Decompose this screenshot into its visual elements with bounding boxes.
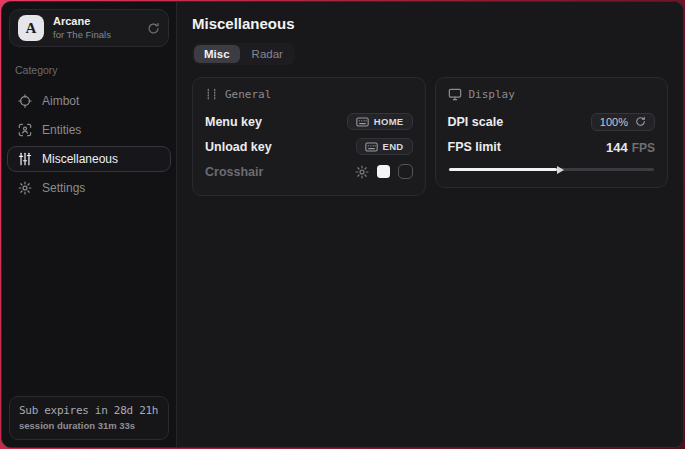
dpi-scale-value: 100% [600, 116, 628, 128]
gear-icon [17, 181, 32, 195]
monitor-icon [448, 88, 462, 101]
page-title: Miscellaneous [192, 15, 668, 32]
crosshair-controls [355, 164, 413, 179]
sub-expiry-text: Sub expires in 28d 21h [19, 404, 159, 417]
crosshair-label: Crosshair [205, 165, 263, 179]
display-card: Display DPI scale 100% [435, 77, 669, 188]
app-window: A Arcane for The Finals Category [1, 1, 684, 448]
category-label: Category [15, 64, 163, 76]
sidebar-item-miscellaneous[interactable]: Miscellaneous [7, 146, 171, 172]
brand-header: A Arcane for The Finals [9, 9, 169, 47]
sidebar-nav: Aimbot Entities [7, 88, 171, 204]
display-card-header: Display [448, 88, 656, 101]
fps-unit: FPS [632, 141, 655, 155]
brand-subtitle: for The Finals [53, 29, 138, 41]
subscription-status: Sub expires in 28d 21h session duration … [9, 396, 169, 440]
brand-text: Arcane for The Finals [53, 15, 138, 41]
fps-slider-thumb[interactable] [557, 166, 564, 174]
dpi-scale-row: DPI scale 100% [448, 110, 656, 133]
sidebar-item-label: Miscellaneous [42, 152, 118, 166]
unload-key-bind-button[interactable]: END [356, 138, 413, 155]
display-card-title: Display [469, 88, 515, 101]
sidebar-item-entities[interactable]: Entities [7, 117, 171, 143]
keyboard-icon [365, 142, 378, 152]
fps-limit-slider[interactable] [449, 168, 655, 171]
dpi-scale-select[interactable]: 100% [591, 113, 655, 131]
main-content: Miscellaneous Misc Radar General [177, 2, 683, 447]
brand-avatar: A [18, 15, 44, 41]
fps-value: 144 [606, 140, 628, 155]
menu-key-row: Menu key HOME [205, 110, 413, 133]
general-card-title: General [225, 88, 271, 101]
sidebar-item-label: Aimbot [42, 94, 79, 108]
sidebar-item-settings[interactable]: Settings [7, 175, 171, 201]
menu-key-bind-button[interactable]: HOME [347, 113, 413, 130]
crosshair-icon [17, 94, 32, 108]
sidebar-item-label: Entities [42, 123, 81, 137]
unload-key-label: Unload key [205, 140, 272, 154]
brand-name: Arcane [53, 15, 138, 29]
sliders-icon [17, 152, 32, 166]
keyboard-icon [356, 117, 369, 127]
crosshair-color-swatch[interactable] [377, 165, 390, 178]
menu-key-label: Menu key [205, 115, 262, 129]
crosshair-settings-gear-icon[interactable] [355, 165, 369, 179]
fps-slider-fill [449, 168, 558, 171]
sidebar-item-label: Settings [42, 181, 85, 195]
sidebar-item-aimbot[interactable]: Aimbot [7, 88, 171, 114]
dpi-scale-label: DPI scale [448, 115, 504, 129]
tab-radar[interactable]: Radar [242, 45, 293, 63]
sliders-small-icon [205, 88, 218, 101]
general-card: General Menu key HOME [192, 77, 426, 196]
crosshair-checkbox[interactable] [398, 164, 413, 179]
tab-misc[interactable]: Misc [194, 45, 240, 63]
general-card-header: General [205, 88, 413, 101]
session-duration-text: session duration 31m 33s [19, 420, 159, 431]
sidebar: A Arcane for The Finals Category [2, 2, 177, 447]
fps-limit-label: FPS limit [448, 140, 501, 154]
crosshair-row: Crosshair [205, 160, 413, 183]
unload-key-row: Unload key END [205, 135, 413, 158]
tab-bar: Misc Radar [192, 43, 295, 65]
fps-limit-value: 144FPS [606, 138, 655, 156]
refresh-icon[interactable] [147, 22, 160, 35]
cards-row: General Menu key HOME [192, 77, 668, 196]
entities-scan-icon [17, 123, 32, 137]
unload-key-value: END [383, 141, 404, 152]
menu-key-value: HOME [374, 116, 404, 127]
refresh-icon [635, 116, 646, 127]
fps-limit-row: FPS limit 144FPS [448, 135, 656, 158]
